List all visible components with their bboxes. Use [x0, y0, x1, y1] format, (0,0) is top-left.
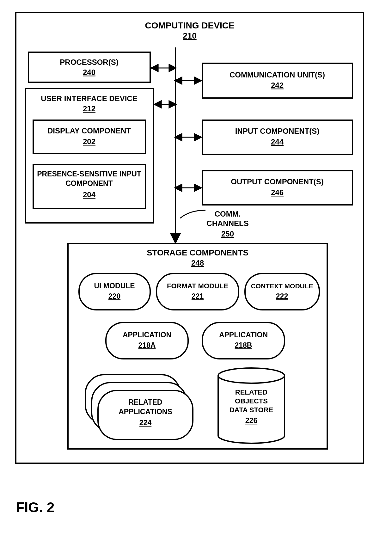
input-components-ref: 244	[271, 138, 284, 146]
processor-ref: 240	[83, 68, 95, 77]
comm-units-ref: 242	[271, 81, 284, 89]
comm-units-title: COMMUNICATION UNIT(S)	[230, 71, 325, 79]
data-store-title2: OBJECTS	[235, 397, 268, 405]
display-component-title: DISPLAY COMPONENT	[47, 126, 131, 135]
input-components-box	[202, 120, 352, 154]
format-module-title: FORMAT MODULE	[167, 282, 228, 290]
comm-units-box	[202, 63, 352, 98]
svg-point-4	[218, 368, 285, 383]
storage-ref: 248	[191, 259, 204, 267]
ps-input-ref: 204	[83, 190, 96, 199]
ps-input-title1: PRESENCE-SENSITIVE INPUT	[37, 170, 141, 178]
data-store-title1: RELATED	[235, 388, 267, 396]
data-store-title3: DATA STORE	[230, 406, 273, 414]
ui-module-pill	[79, 273, 150, 310]
comm-channels-ref: 250	[221, 230, 234, 238]
application-b-pill	[202, 322, 285, 359]
related-apps-title2: APPLICATIONS	[119, 408, 172, 416]
display-component-ref: 202	[83, 137, 95, 146]
comm-channels-label2: CHANNELS	[206, 219, 248, 228]
application-b-ref: 218B	[235, 341, 252, 349]
uid-ref: 212	[83, 104, 95, 113]
svg-rect-1	[218, 376, 285, 436]
format-module-ref: 221	[192, 292, 204, 300]
data-store-cylinder	[218, 368, 285, 443]
related-apps-title1: RELATED	[129, 398, 162, 406]
application-b-title: APPLICATION	[219, 331, 268, 339]
ps-input-title2: COMPONENT	[65, 179, 113, 187]
application-a-pill	[106, 322, 188, 359]
application-a-title: APPLICATION	[123, 331, 171, 339]
format-module-pill	[156, 273, 239, 310]
output-components-ref: 246	[271, 188, 284, 197]
context-module-ref: 222	[276, 292, 288, 300]
application-a-ref: 218A	[138, 341, 156, 349]
computing-device-title: COMPUTING DEVICE	[145, 21, 234, 30]
output-components-box	[202, 171, 352, 205]
related-apps-ref: 224	[139, 419, 152, 427]
comm-channels-label1: COMM.	[215, 210, 241, 218]
output-components-title: OUTPUT COMPONENT(S)	[231, 177, 323, 186]
ui-module-title: UI MODULE	[94, 282, 135, 290]
processor-title: PROCESSOR(S)	[60, 58, 118, 66]
computing-device-ref: 210	[183, 31, 196, 40]
processor-box	[28, 52, 150, 82]
data-store-ref: 226	[245, 416, 257, 425]
context-module-title: CONTEXT MODULE	[251, 282, 313, 290]
ui-module-ref: 220	[108, 292, 120, 300]
context-module-pill	[245, 273, 319, 310]
uid-title: USER INTERFACE DEVICE	[41, 94, 137, 103]
comm-channels-leader	[180, 210, 205, 218]
input-components-title: INPUT COMPONENT(S)	[235, 127, 320, 135]
storage-title: STORAGE COMPONENTS	[147, 248, 248, 257]
display-component-box	[33, 120, 145, 153]
diagram-canvas: COMPUTING DEVICE 210 PROCESSOR(S) 240 US…	[0, 0, 392, 540]
figure-caption: FIG. 2	[16, 500, 54, 515]
